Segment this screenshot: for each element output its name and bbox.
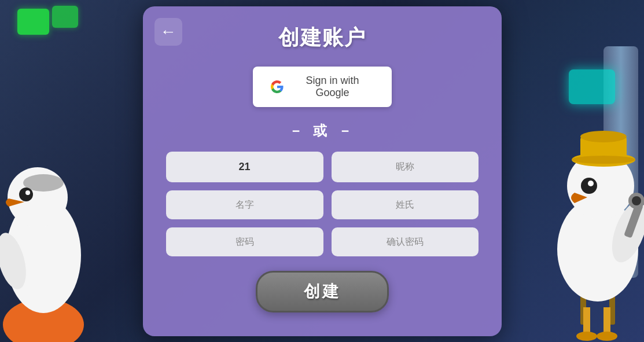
- firstname-field[interactable]: [166, 190, 323, 219]
- back-arrow-icon: ←: [160, 24, 176, 40]
- lastname-field[interactable]: [332, 190, 479, 219]
- back-button[interactable]: ←: [154, 18, 182, 46]
- dialog-overlay: ← 创建账户 Sign in with Google － 或 － 创建: [0, 0, 644, 342]
- create-button[interactable]: 创建: [256, 271, 389, 312]
- password-field[interactable]: [166, 227, 323, 256]
- confirm-password-field[interactable]: [332, 227, 479, 256]
- or-divider: － 或 －: [289, 122, 355, 140]
- dialog-title: 创建账户: [278, 24, 366, 52]
- form-fields: [166, 152, 479, 256]
- google-icon: [270, 80, 284, 94]
- nickname-field[interactable]: [332, 152, 479, 182]
- google-button-label: Sign in with Google: [291, 75, 374, 99]
- google-signin-button[interactable]: Sign in with Google: [253, 67, 392, 107]
- username-field[interactable]: [166, 152, 323, 182]
- create-account-dialog: ← 创建账户 Sign in with Google － 或 － 创建: [143, 6, 502, 336]
